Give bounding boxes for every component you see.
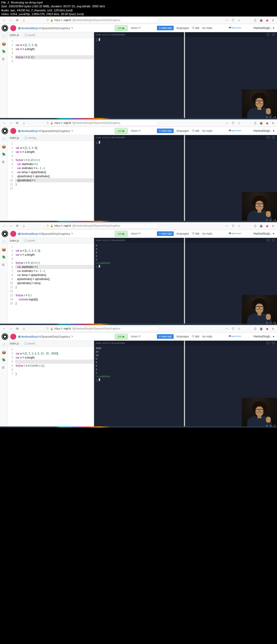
code-line[interactable]: var a = [1, 2, 3, 4]; bbox=[15, 146, 94, 150]
info-icon[interactable]: ⓘ bbox=[46, 327, 49, 331]
talk-link[interactable]: 🗨 talk bbox=[192, 27, 199, 29]
url-bar[interactable]: ⓘ 🔒 https://repl.it/@HarkiratSingh4/Span… bbox=[44, 326, 158, 331]
pocket-icon[interactable]: ◆ bbox=[265, 121, 269, 125]
debug-icon[interactable]: 🪲 bbox=[2, 255, 6, 259]
new-repl-button[interactable]: + new repl bbox=[157, 334, 174, 339]
pocket-icon[interactable]: ◆ bbox=[265, 327, 269, 331]
library-icon[interactable]: ⎙ bbox=[253, 18, 257, 22]
code-line[interactable]: var a = [1, 2, 3, 4]; bbox=[15, 43, 94, 47]
code-line[interactable]: } bbox=[15, 372, 94, 376]
reload-button[interactable]: ⟳ bbox=[15, 327, 19, 331]
history-icon[interactable]: 🕒 bbox=[24, 34, 27, 37]
share-button[interactable]: share ⇱ bbox=[131, 335, 141, 338]
user-menu[interactable]: HarkiratSingh... ▾ bbox=[253, 129, 274, 132]
editor-scrollbar[interactable] bbox=[184, 238, 185, 324]
star-icon[interactable]: ☆ bbox=[237, 18, 241, 22]
file-tab[interactable]: index.js bbox=[10, 239, 19, 242]
game-jam-link[interactable]: 🎮 game jam bbox=[229, 129, 241, 132]
settings-icon[interactable]: ⚙ bbox=[2, 160, 6, 164]
code-line[interactable]: var n = a.length; bbox=[15, 253, 94, 257]
code-line[interactable]: for(var i = 0; i2;i++) { bbox=[15, 261, 94, 265]
files-icon[interactable]: 📄 bbox=[2, 343, 6, 347]
history-icon[interactable]: 🕒 bbox=[24, 239, 27, 242]
replit-logo[interactable] bbox=[2, 128, 8, 134]
reader-icon[interactable]: ▽ bbox=[231, 121, 235, 125]
code-line[interactable] bbox=[15, 245, 94, 249]
back-button[interactable]: ← bbox=[2, 327, 6, 331]
url-bar[interactable]: ⓘ 🔒 https://repl.it/@HarkiratSingh4/Span… bbox=[44, 120, 158, 126]
code-line[interactable]: var endIndex = n - 1 - i; bbox=[15, 269, 94, 273]
code-line[interactable]: a[startIndex] = a[endIndex]; bbox=[15, 174, 94, 178]
code-line[interactable]: var a = [1, 2, 3, 4, 5, 10 , 20 , 3000]; bbox=[15, 351, 94, 356]
code-line[interactable]: var temp = a[startIndex]; bbox=[15, 170, 94, 174]
editor-scrollbar[interactable] bbox=[184, 32, 185, 118]
account-icon[interactable]: ▣ bbox=[259, 327, 263, 331]
code-line[interactable] bbox=[15, 51, 94, 55]
code-line[interactable]: for(var i = 0; i2;i++) { bbox=[15, 158, 94, 162]
code-line[interactable]: var a = [1, 2, 3, 4, 5]; bbox=[15, 249, 94, 253]
code-line[interactable]: var endIndex = n - 1 - i; bbox=[15, 166, 94, 170]
new-repl-button[interactable]: + new repl bbox=[157, 26, 174, 30]
account-icon[interactable]: ▣ bbox=[259, 224, 263, 228]
user-menu[interactable]: HarkiratSingh... ▾ bbox=[253, 232, 274, 235]
code-line[interactable]: var startIndex = i; bbox=[15, 162, 94, 166]
packages-icon[interactable]: 📦 bbox=[2, 350, 6, 355]
myrepls-link[interactable]: my repls bbox=[202, 335, 212, 338]
code-line[interactable] bbox=[15, 368, 94, 372]
avatar[interactable] bbox=[10, 128, 16, 134]
code-line[interactable]: for(var i = 0; i2;) bbox=[15, 55, 94, 59]
term-close-icon[interactable] bbox=[272, 33, 275, 36]
forward-button[interactable]: → bbox=[9, 121, 13, 125]
code-line[interactable]: a[startIndex] = a[endIndex]; bbox=[15, 277, 94, 281]
more-icon[interactable]: ⋯ bbox=[225, 224, 229, 228]
term-expand-icon[interactable] bbox=[266, 341, 270, 345]
star-icon[interactable]: ☆ bbox=[237, 224, 241, 228]
code-line[interactable]: var n = a.length; bbox=[15, 47, 94, 51]
reader-icon[interactable]: ▽ bbox=[231, 327, 235, 331]
reader-icon[interactable]: ▽ bbox=[231, 224, 235, 228]
debug-icon[interactable]: 🪲 bbox=[2, 50, 6, 54]
edit-icon[interactable]: ✎ bbox=[71, 335, 73, 338]
file-tab[interactable]: index.js bbox=[10, 342, 19, 345]
replit-logo[interactable] bbox=[2, 333, 8, 340]
game-jam-link[interactable]: 🎮 game jam bbox=[229, 27, 241, 29]
code-editor[interactable]: 1234567 var a = [1, 2, 3, 4, 5, 10 , 20 … bbox=[8, 347, 94, 428]
files-icon[interactable]: 📄 bbox=[2, 240, 6, 244]
myrepls-link[interactable]: my repls bbox=[202, 27, 212, 29]
forward-button[interactable]: → bbox=[9, 327, 13, 331]
code-editor[interactable]: 123456789101112 var a = [1, 2, 3, 4];var… bbox=[8, 141, 94, 222]
code-line[interactable]: for(var i = n-1;i>=0; i--) { bbox=[15, 364, 94, 368]
code-line[interactable]: console.log(a[i]); bbox=[15, 297, 94, 301]
settings-icon[interactable]: ⚙ bbox=[2, 57, 6, 61]
replit-logo[interactable] bbox=[2, 25, 8, 31]
home-button[interactable]: ⌂ bbox=[22, 18, 26, 22]
myrepls-link[interactable]: my repls bbox=[202, 232, 212, 235]
packages-icon[interactable]: 📦 bbox=[2, 145, 6, 149]
new-repl-button[interactable]: + new repl bbox=[157, 129, 174, 133]
files-icon[interactable]: 📄 bbox=[2, 34, 6, 39]
file-tab[interactable]: index.js bbox=[10, 136, 19, 139]
packages-icon[interactable]: 📦 bbox=[2, 248, 6, 252]
edit-icon[interactable]: ✎ bbox=[71, 129, 73, 132]
info-icon[interactable]: ⓘ bbox=[46, 224, 49, 228]
code-line[interactable]: var n = a.length; bbox=[15, 356, 94, 360]
edit-icon[interactable]: ✎ bbox=[71, 232, 73, 235]
code-line[interactable] bbox=[15, 186, 94, 190]
term-close-icon[interactable] bbox=[272, 341, 275, 345]
share-button[interactable]: share ⇱ bbox=[131, 129, 141, 132]
code-line[interactable]: a[endIndex] = temp; bbox=[15, 281, 94, 285]
new-repl-button[interactable]: + new repl bbox=[157, 231, 174, 236]
code-line[interactable]: for(var i = 0; i bbox=[15, 293, 94, 297]
code-line[interactable] bbox=[15, 347, 94, 351]
history-icon[interactable]: 🕒 bbox=[24, 342, 27, 345]
packages-icon[interactable]: 📦 bbox=[2, 42, 6, 46]
forward-button[interactable]: → bbox=[9, 18, 13, 22]
editor-scrollbar[interactable] bbox=[184, 341, 185, 426]
pocket-icon[interactable]: ◆ bbox=[265, 18, 269, 22]
code-line[interactable]: } bbox=[15, 285, 94, 289]
reload-button[interactable]: ⟳ bbox=[15, 224, 19, 228]
languages-link[interactable]: languages bbox=[176, 27, 189, 29]
account-icon[interactable]: ▣ bbox=[259, 121, 263, 125]
reload-button[interactable]: ⟳ bbox=[15, 18, 19, 22]
info-icon[interactable]: ⓘ bbox=[46, 18, 49, 22]
